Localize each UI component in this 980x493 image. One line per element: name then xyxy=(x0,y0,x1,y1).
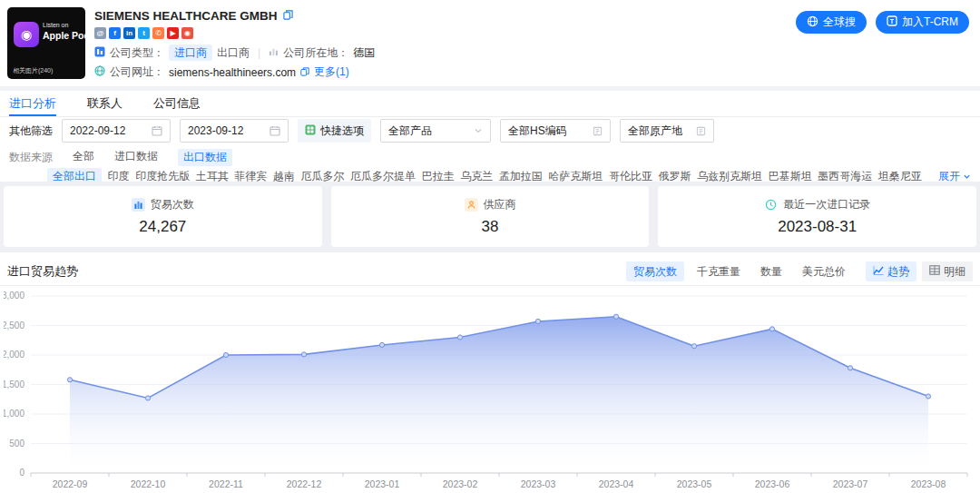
apple-podcasts-icon: ◉ xyxy=(14,22,39,47)
origin-filter-icon xyxy=(696,126,706,136)
company-logo[interactable]: ◉ Listen on Apple Podcasts 相关图片(240) xyxy=(7,7,85,79)
data-source-option[interactable]: 全部 xyxy=(73,149,94,166)
main-tabs: 进口分析 联系人 公司信息 xyxy=(0,91,980,117)
filter-bar: 其他筛选 2022-09-12 2023-09-12 快捷选项 全部产品 xyxy=(9,119,714,143)
data-source-label: 数据来源 xyxy=(9,150,53,165)
other-filters-label: 其他筛选 xyxy=(9,123,53,139)
data-source-option[interactable]: 进口数据 xyxy=(114,149,158,166)
global-search-globe-icon xyxy=(807,15,818,30)
importer-chip[interactable]: 进口商 xyxy=(169,44,212,61)
svg-text:3,000: 3,000 xyxy=(4,291,24,301)
location-label: 公司所在地： xyxy=(283,45,348,61)
website-link[interactable]: siemens-healthineers.com xyxy=(169,66,296,79)
linkedin-icon[interactable]: in xyxy=(123,27,135,39)
data-source-row: 数据来源 全部进口数据出口数据 xyxy=(9,149,232,166)
data-source-option[interactable]: 出口数据 xyxy=(178,149,232,166)
quick-options-icon xyxy=(305,124,316,138)
chevron-down-icon xyxy=(474,126,483,135)
metric-toggle[interactable]: 贸易次数 xyxy=(626,261,684,281)
logo-caption: 相关图片(240) xyxy=(13,66,53,75)
table-icon xyxy=(929,261,940,281)
metric-toggle-group: 贸易次数千克重量数量美元总价 xyxy=(626,261,853,281)
copy-company-name-icon[interactable] xyxy=(283,9,293,23)
svg-text:1,500: 1,500 xyxy=(4,380,24,389)
company-header: ◉ Listen on Apple Podcasts 相关图片(240) SIE… xyxy=(0,0,980,86)
youtube-icon[interactable]: ▶ xyxy=(167,27,179,39)
metric-toggle[interactable]: 千克重量 xyxy=(690,261,748,281)
svg-text:1,000: 1,000 xyxy=(4,409,24,419)
end-date-input[interactable]: 2023-09-12 xyxy=(180,119,289,143)
svg-text:2023-04: 2023-04 xyxy=(599,478,634,489)
svg-text:2,500: 2,500 xyxy=(4,320,24,330)
svg-text:2023-08: 2023-08 xyxy=(911,478,946,489)
view-toggle-trend[interactable]: 趋势 xyxy=(866,261,916,281)
instagram-icon[interactable]: ◉ xyxy=(181,27,193,39)
twitter-icon[interactable]: t xyxy=(138,27,150,39)
quick-options-button[interactable]: 快捷选项 xyxy=(298,119,371,143)
calendar-icon xyxy=(270,125,280,136)
stat-card-trade-count: 贸易次数 24,267 xyxy=(4,186,322,247)
phone-icon[interactable]: ✆ xyxy=(152,27,164,39)
svg-text:2023-01: 2023-01 xyxy=(365,478,400,489)
metric-toggle[interactable]: 数量 xyxy=(753,261,789,281)
company-type-label: 公司类型： xyxy=(110,45,164,61)
exporter-chip[interactable]: 出口商 xyxy=(217,45,250,61)
svg-text:0: 0 xyxy=(19,468,24,478)
stat-card-last-import: 最近一次进口记录 2023-08-31 xyxy=(658,186,976,247)
more-link[interactable]: 更多(1) xyxy=(314,64,349,80)
svg-text:2,000: 2,000 xyxy=(4,350,24,360)
svg-text:2022-09: 2022-09 xyxy=(53,478,88,489)
global-search-button[interactable]: 全球搜 xyxy=(796,11,867,34)
suppliers-value: 38 xyxy=(482,218,499,236)
svg-text:2023-05: 2023-05 xyxy=(677,478,712,489)
svg-text:2023-03: 2023-03 xyxy=(521,478,556,489)
svg-text:2023-02: 2023-02 xyxy=(443,478,478,489)
svg-text:500: 500 xyxy=(9,439,24,449)
tab-import-analysis[interactable]: 进口分析 xyxy=(9,91,56,116)
facebook-icon[interactable]: f xyxy=(109,27,121,39)
social-icons: @fint✆▶◉ xyxy=(94,27,525,39)
import-trend-chart[interactable]: 05001,0001,5002,0002,5003,0002022-092022… xyxy=(4,287,976,492)
metric-toggle[interactable]: 美元总价 xyxy=(795,261,853,281)
last-import-clock-icon xyxy=(764,198,778,212)
svg-text:2023-07: 2023-07 xyxy=(833,478,868,489)
trend-chart-svg[interactable]: 05001,0001,5002,0002,5003,0002022-092022… xyxy=(4,287,976,492)
svg-text:2022-10: 2022-10 xyxy=(131,478,166,489)
tab-contacts[interactable]: 联系人 xyxy=(87,91,122,116)
line-chart-icon xyxy=(873,261,884,281)
tcrm-icon xyxy=(887,15,897,29)
hs-code-filter-icon xyxy=(593,126,603,136)
location-value: 德国 xyxy=(353,45,375,61)
hs-code-select[interactable]: 全部HS编码 xyxy=(500,119,611,143)
product-select[interactable]: 全部产品 xyxy=(380,119,491,143)
copy-website-icon[interactable] xyxy=(300,66,309,79)
svg-text:2023-06: 2023-06 xyxy=(755,478,790,489)
start-date-input[interactable]: 2022-09-12 xyxy=(62,119,171,143)
website-label: 公司网址： xyxy=(110,64,164,80)
location-icon xyxy=(269,46,279,59)
last-import-value: 2023-08-31 xyxy=(778,218,857,236)
company-type-icon xyxy=(94,46,105,60)
svg-text:2022-12: 2022-12 xyxy=(287,478,322,489)
svg-text:2022-11: 2022-11 xyxy=(209,478,243,489)
stat-card-suppliers: 供应商 38 xyxy=(331,186,650,247)
trade-platform-page: ◉ Listen on Apple Podcasts 相关图片(240) SIE… xyxy=(0,0,980,493)
website-icon[interactable]: @ xyxy=(94,27,106,39)
view-toggle-detail[interactable]: 明细 xyxy=(922,261,973,281)
tab-company-info[interactable]: 公司信息 xyxy=(153,91,201,116)
supplier-icon xyxy=(465,198,478,212)
join-tcrm-button[interactable]: 加入T-CRM xyxy=(876,11,969,34)
calendar-icon xyxy=(152,125,162,136)
trade-count-icon xyxy=(132,198,145,212)
globe-icon xyxy=(94,65,105,79)
trend-section-title: 进口贸易趋势 xyxy=(7,263,78,280)
origin-select[interactable]: 全部原产地 xyxy=(620,119,714,143)
data-source-options: 全部进口数据出口数据 xyxy=(73,149,232,166)
trade-count-value: 24,267 xyxy=(139,218,186,236)
company-name: SIEMENS HEALTHCARE GMBH xyxy=(94,9,278,23)
